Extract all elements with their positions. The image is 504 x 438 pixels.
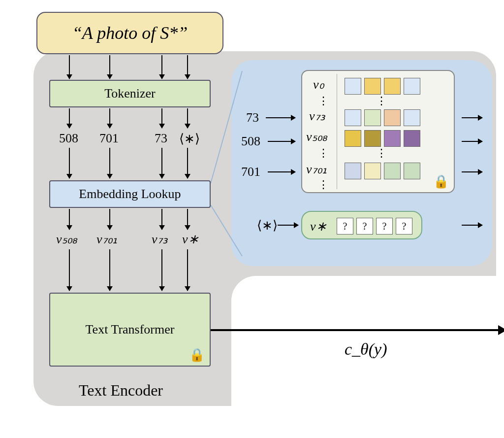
table-row-v508-label: v₅₀₈ — [306, 129, 327, 144]
embed-cell — [364, 78, 381, 95]
embedding-label: Embedding Lookup — [79, 187, 181, 202]
arrow-v-tr-1 — [69, 249, 70, 291]
arrow-v-tr-3 — [161, 249, 162, 291]
output-label: c_θ(y) — [345, 340, 387, 359]
embed-cell — [364, 130, 381, 147]
vdots: ⋮ — [376, 95, 388, 107]
embed-cell — [364, 109, 381, 126]
vstar-new-embedding: v∗ ? ? ? ? — [301, 211, 422, 239]
table-input-508: 508 — [241, 134, 260, 149]
arrow-emb-v-1 — [69, 209, 70, 230]
arrow-id-emb-2 — [109, 148, 110, 178]
embed-cell — [384, 109, 401, 126]
table-input-73: 73 — [246, 110, 259, 125]
embed-cell — [364, 163, 381, 179]
embed-cell — [345, 130, 361, 147]
table-row-v73-cells — [345, 109, 420, 126]
arrow-id-emb-4 — [187, 148, 188, 178]
qmark-cell: ? — [337, 218, 353, 235]
embed-cell — [384, 130, 401, 147]
table-input-star: ⟨∗⟩ — [257, 218, 278, 233]
vdots: ⋮ — [318, 178, 330, 191]
arrow-emb-v-2 — [109, 209, 110, 230]
embed-v-4: v∗ — [182, 232, 199, 247]
embed-cell — [404, 78, 420, 95]
qmark-cell: ? — [396, 218, 412, 235]
tokenizer-block: Tokenizer — [49, 80, 211, 107]
arrow-prompt-tok-1 — [69, 55, 70, 79]
embed-cell — [404, 163, 420, 179]
arrow-out-star — [462, 225, 482, 226]
transformer-output-arrow — [211, 329, 504, 331]
token-id-3: 73 — [155, 131, 167, 146]
embed-v-1: v₅₀₈ — [56, 232, 77, 247]
token-id-2: 701 — [99, 131, 119, 146]
lock-icon: 🔒 — [433, 174, 449, 189]
transformer-label: Text Transformer — [86, 322, 175, 337]
table-row-v508-cells — [345, 130, 420, 147]
arrow-prompt-tok-2 — [109, 55, 110, 79]
arrow-out-2 — [462, 141, 482, 142]
arrow-in-star — [278, 225, 298, 226]
arrow-id-emb-3 — [161, 148, 162, 178]
arrow-tok-id-2 — [109, 108, 110, 128]
arrow-v-tr-2 — [109, 249, 110, 291]
vstar-label: v∗ — [310, 219, 327, 234]
embed-v-3: v₇₃ — [152, 232, 167, 247]
arrow-in-508 — [268, 141, 295, 142]
embed-cell — [404, 130, 420, 147]
arrow-emb-v-4 — [187, 209, 188, 230]
embedding-lookup-block: Embedding Lookup — [49, 180, 211, 208]
embed-v-2: v₇₀₁ — [96, 232, 117, 247]
vdots: ⋮ — [318, 147, 330, 160]
embed-cell — [384, 163, 401, 179]
token-id-1: 508 — [59, 131, 78, 146]
table-row-v701-cells — [345, 163, 420, 179]
token-id-4: ⟨∗⟩ — [179, 131, 200, 146]
qmark-cell: ? — [376, 218, 393, 235]
table-row-v701-label: v₇₀₁ — [306, 162, 327, 177]
embedding-table: 🔒 v₀ ⋮ ⋮ v₇₃ v₅₀₈ ⋮ ⋮ v₇₀₁ ⋮ — [301, 70, 455, 193]
arrow-prompt-tok-3 — [161, 55, 162, 79]
arrow-tok-id-1 — [69, 108, 70, 128]
lock-icon: 🔒 — [189, 347, 205, 363]
embed-cell — [345, 109, 361, 126]
table-row-v73-label: v₇₃ — [309, 108, 325, 124]
table-input-701: 701 — [241, 165, 260, 179]
input-prompt-box: “A photo of S*” — [36, 12, 223, 54]
vdots: ⋮ — [376, 147, 388, 160]
vstar-cells: ? ? ? ? — [337, 218, 412, 235]
arrow-v-tr-4 — [187, 249, 188, 291]
vdots: ⋮ — [318, 95, 330, 107]
tokenizer-label: Tokenizer — [104, 86, 156, 101]
embed-cell — [384, 78, 401, 95]
text-encoder-label: Text Encoder — [79, 381, 163, 400]
arrow-in-701 — [268, 171, 295, 172]
arrow-in-73 — [266, 117, 295, 118]
table-row-v0-cells — [345, 78, 420, 95]
embed-cell — [345, 78, 361, 95]
arrow-emb-v-3 — [161, 209, 162, 230]
text-transformer-block: Text Transformer 🔒 — [49, 293, 211, 367]
arrow-tok-id-4 — [187, 108, 188, 128]
table-row-v0-label: v₀ — [313, 77, 324, 92]
embed-cell — [345, 163, 361, 179]
arrow-id-emb-1 — [69, 148, 70, 178]
arrow-out-3 — [462, 171, 482, 172]
table-divider — [337, 74, 337, 189]
arrow-prompt-tok-4 — [187, 55, 188, 79]
qmark-cell: ? — [356, 218, 373, 235]
prompt-text: “A photo of S*” — [72, 23, 188, 43]
arrow-out-1 — [462, 117, 482, 118]
arrow-tok-id-3 — [161, 108, 162, 128]
embed-cell — [404, 109, 420, 126]
